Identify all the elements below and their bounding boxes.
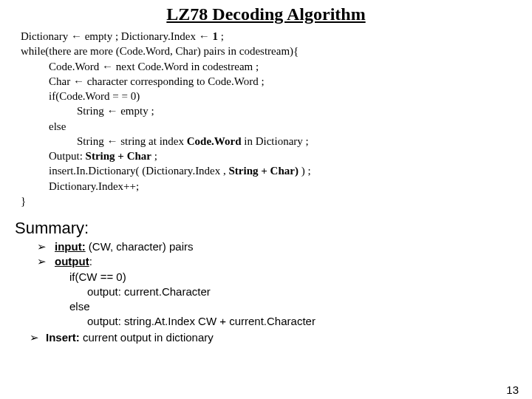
algo-line: } bbox=[21, 194, 532, 208]
summary-list: ➢ input: (CW, character) pairs ➢ output:… bbox=[37, 239, 532, 330]
algo-line: Output: String + Char ; bbox=[49, 149, 532, 163]
list-sub: else bbox=[69, 299, 532, 314]
algo-line: while(there are more (Code.Word, Char) p… bbox=[21, 44, 532, 58]
list-item: ➢ output: bbox=[37, 254, 532, 269]
bullet-arrow-icon: ➢ bbox=[30, 331, 46, 344]
list-item: ➢ input: (CW, character) pairs bbox=[37, 239, 532, 254]
algo-line: if(Code.Word = = 0) bbox=[49, 89, 532, 103]
algo-line: String ← string at index Code.Word in Di… bbox=[77, 134, 532, 149]
list-label: output bbox=[55, 255, 89, 267]
page-number: 13 bbox=[506, 383, 519, 396]
algo-line: String ← empty ; bbox=[77, 103, 532, 118]
summary-heading: Summary: bbox=[15, 219, 532, 238]
list-item: ➢ Insert: current output in dictionary bbox=[30, 331, 532, 344]
bullet-arrow-icon: ➢ bbox=[37, 239, 55, 254]
summary-list-2: ➢ Insert: current output in dictionary bbox=[30, 331, 532, 344]
algo-line: insert.In.Dictionary( (Dictionary.Index … bbox=[49, 163, 532, 178]
list-label: input: bbox=[55, 240, 86, 253]
algo-line: else bbox=[49, 119, 532, 134]
algo-line: Char ← character corresponding to Code.W… bbox=[49, 74, 532, 89]
algo-line: Dictionary.Index++; bbox=[49, 179, 532, 194]
algorithm-block: Dictionary ← empty ; Dictionary.Index ← … bbox=[21, 29, 532, 208]
algo-line: Code.Word ← next Code.Word in codestream… bbox=[49, 59, 532, 74]
list-text: current output in dictionary bbox=[80, 331, 214, 344]
list-sub: output: string.At.Index CW + current.Cha… bbox=[87, 314, 532, 329]
list-text: : bbox=[89, 255, 92, 267]
slide-title: LZ78 Decoding Algorithm bbox=[0, 4, 532, 24]
list-sub: output: current.Character bbox=[87, 284, 532, 299]
list-text: (CW, character) pairs bbox=[86, 240, 194, 253]
bullet-arrow-icon: ➢ bbox=[37, 254, 55, 269]
list-label: Insert: bbox=[46, 331, 80, 344]
list-sub: if(CW == 0) bbox=[69, 270, 532, 284]
algo-line: Dictionary ← empty ; Dictionary.Index ← … bbox=[21, 29, 532, 44]
